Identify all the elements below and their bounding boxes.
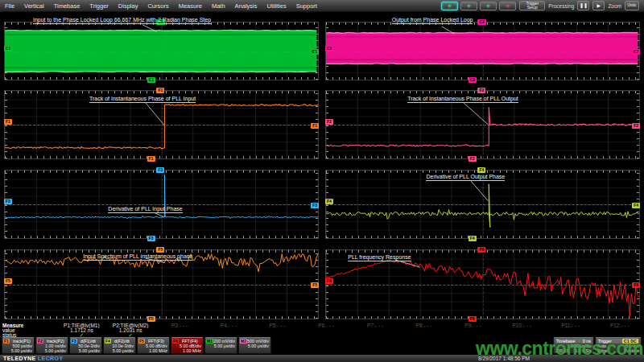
menu-bar: FileVerticalTimebaseTriggerDisplayCursor… [0,0,644,12]
menu-utilities[interactable]: Utilities [267,2,287,10]
menu-display[interactable]: Display [118,2,138,10]
trigger-setup-label-2: Setup [527,6,538,10]
measure-slot-p4[interactable]: P4:- - - [204,323,253,328]
descriptor-scale-2: 5.00 μs/div [72,348,100,353]
channel-descriptor-f1[interactable]: F1track(P1)500 ps/div5.00 μs/div [2,337,35,354]
trigger-descriptor[interactable]: Trigger C1 DC Auto 0.0 mV Edge Positive [595,337,642,354]
trace-offset-marker-right: F1 [311,123,319,129]
menu-measure[interactable]: Measure [179,2,202,10]
undo-button[interactable]: Undo [625,1,639,10]
clock: 8/29/2017 1:48:56 PM [478,356,530,361]
timebase-record-length: 250 kS [555,348,569,353]
grid-panel-f3-derivative: Derivative of PLL Input Phase F3F3F3F3 [4,170,319,239]
trace-offset-marker-right: F5 [311,282,319,288]
grid-panel-f2-track: Track of Instantaneous Phase of PLL Outp… [325,90,640,159]
trace-offset-marker-right: C2 [632,49,640,55]
channel-descriptor-f5[interactable]: F5FFT(F3)5.00 dB/div1.00 MHz [137,337,170,354]
waveform-c1 [5,23,318,80]
waveform-f3 [5,171,318,238]
trace-tag-f5: F5 [138,339,145,343]
menu-cursors[interactable]: Cursors [147,2,168,10]
measure-slot-p8[interactable]: P8:- - - [399,323,448,328]
analysis-app-1-icon[interactable]: ✳ [441,2,458,10]
grid-panel-f5-spectrum: Input Spectrum of PLL instantaneous phas… [4,249,319,319]
descriptor-scale-2: 1.00 MHz [173,348,201,353]
trace-time-marker-top: F3 [156,167,164,173]
measure-slot-p10[interactable]: P10:- - - [497,323,547,328]
timebase-scale: 5.00 μs/div [571,343,592,348]
trace-tag-m2: M2 [240,339,247,343]
toolbar: ✳✳✳✳ Trigger Setup Processing ❚❚ ▶ Zoom … [441,1,639,10]
analysis-app-4-icon[interactable]: ✳ [499,2,516,10]
trace-callout-c2: Output from Phase Locked Loop [392,17,473,24]
analysis-app-3-icon[interactable]: ✳ [480,2,497,10]
trace-tag-m1: M1 [206,339,213,343]
trace-offset-marker-right: F4 [632,203,640,208]
trace-tag-f6: F6 [172,339,179,343]
menu-trigger[interactable]: Trigger [89,2,108,10]
status-bar: TELEDYNE LECROY 8/29/2017 1:48:56 PM [0,355,644,362]
channel-descriptor-f3[interactable]: F3d(F1)/dt50.0e-3/div5.00 μs/div [69,337,102,354]
channel-descriptor-f2[interactable]: F2track(P2)1.00 ns/div5.00 μs/div [35,337,68,354]
menu-math[interactable]: Math [212,2,225,10]
trace-time-marker-bottom: F5 [147,316,155,322]
measure-table: MeasureP1:TIE@lv(M1)P2:TIE@lv(M2)P3:- - … [0,323,644,337]
channel-descriptor-f6[interactable]: F6FFT(F4)5.00 dB/div1.00 MHz [171,337,204,354]
trace-time-marker-top: F1 [156,88,164,93]
channel-descriptor-m1[interactable]: M1200 mV/div5.00 μs/div [204,337,237,354]
channel-descriptor-m2[interactable]: M2500 mV/div5.00 μs/div [238,337,271,354]
trace-callout-f1: Track of Instantaneous Phase of PLL Inpu… [89,96,196,103]
trace-offset-marker-left: F2 [325,119,333,125]
menu-file[interactable]: File [5,2,14,10]
trace-time-marker-bottom: F1 [147,156,155,162]
descriptor-scale-2: 5.00 μs/div [241,343,269,348]
measure-slot-p6[interactable]: P6:- - - [302,323,351,328]
play-button[interactable]: ▶ [592,1,605,10]
trace-time-marker-top: F4 [477,167,485,173]
trigger-setup-button[interactable]: Trigger Setup [519,1,545,10]
trace-callout-f3: Derivative of PLL Input Phase [108,206,182,213]
pause-button[interactable]: ❚❚ [577,1,589,10]
trace-offset-marker-left: C1 [4,46,12,51]
trace-callout-c1: Input to the Phase Locked Loop 66.667 MH… [33,17,211,24]
grid-panel-c2-output: Output from Phase Locked Loop C2C2C2C2 [325,22,640,80]
menu-vertical[interactable]: Vertical [24,2,44,10]
trace-time-marker-bottom: F4 [469,236,477,241]
measure-slot-p7[interactable]: P7:- - - [351,323,400,328]
descriptor-scale-2: 5.00 μs/div [207,343,235,348]
analysis-app-2-icon[interactable]: ✳ [460,2,477,10]
processing-status: Processing [548,3,574,9]
timebase-descriptor[interactable]: Timebase 0 ns 5.00 μs/div 250 kS 5.0 GS/… [553,337,594,354]
measure-slot-p5[interactable]: P5:- - - [253,323,302,328]
trace-callout-f4: Derivative of PLL Output Phase [426,174,505,181]
brand-lecroy: LECROY [38,356,64,361]
trace-offset-marker-left: F4 [325,199,333,204]
trace-time-marker-top: F6 [477,247,485,253]
timebase-sample-rate: 5.0 GS/s [575,348,592,353]
menu-timebase[interactable]: Timebase [54,2,80,10]
trigger-type: Edge [597,348,608,353]
trace-tag-f2: F2 [37,339,43,343]
grid-panel-f6-response: PLL frequency Response F6F6F6F6 [325,249,640,319]
menu-support[interactable]: Support [296,2,317,10]
grid-panel-f1-track: Track of Instantaneous Phase of PLL Inpu… [4,90,319,159]
teledyne-lecroy-logo: TELEDYNE LECROY [3,356,63,361]
trace-time-marker-bottom: C1 [147,77,155,83]
trace-offset-marker-left: C2 [325,46,333,51]
menu-analysis[interactable]: Analysis [235,2,258,10]
trace-tag-f1: F1 [3,339,10,343]
trace-callout-f6: PLL frequency Response [348,254,411,261]
trace-tag-f4: F4 [105,339,111,343]
trace-time-marker-bottom: F2 [469,156,477,162]
descriptor-scale-2: 1.00 MHz [139,348,167,353]
measure-slot-p9[interactable]: P9:- - - [448,323,497,328]
measure-slot-p12[interactable]: P12:- - - [595,323,644,328]
trace-offset-marker-left: F1 [4,119,12,125]
channel-descriptor-f4[interactable]: F4d(F2)/dt10.0e-3/div5.00 μs/div [103,337,136,354]
descriptor-scale-2: 5.00 μs/div [105,348,134,353]
measure-slot-p3[interactable]: P3:- - - [155,323,204,328]
measure-slot-p11[interactable]: P11:- - - [547,323,596,328]
grid-panel-c1-input: Input to the Phase Locked Loop 66.667 MH… [4,22,319,80]
waveform-c2 [326,23,639,80]
trace-offset-marker-right: C1 [311,49,319,55]
